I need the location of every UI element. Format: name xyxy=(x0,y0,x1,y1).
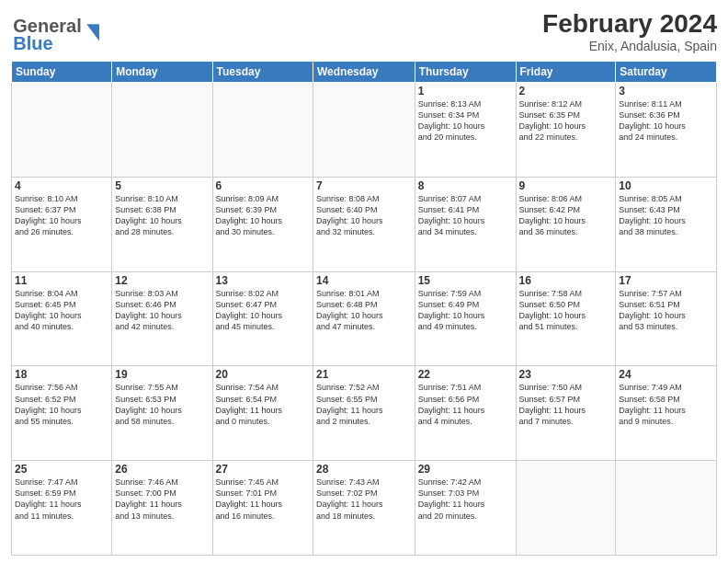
day-info: Sunrise: 7:49 AM Sunset: 6:58 PM Dayligh… xyxy=(619,382,713,427)
page: General Blue February 2024 Enix, Andalus… xyxy=(0,0,728,563)
day-number: 2 xyxy=(519,85,613,98)
day-number: 24 xyxy=(619,368,713,381)
day-number: 25 xyxy=(15,463,108,476)
calendar-cell xyxy=(12,83,112,178)
calendar-week-row: 4Sunrise: 8:10 AM Sunset: 6:37 PM Daylig… xyxy=(12,177,717,271)
day-info: Sunrise: 8:08 AM Sunset: 6:40 PM Dayligh… xyxy=(316,193,412,238)
day-number: 9 xyxy=(519,179,613,192)
day-info: Sunrise: 8:05 AM Sunset: 6:43 PM Dayligh… xyxy=(619,193,713,238)
svg-text:Blue: Blue xyxy=(13,33,52,53)
col-tuesday: Tuesday xyxy=(212,62,313,83)
day-info: Sunrise: 7:51 AM Sunset: 6:56 PM Dayligh… xyxy=(418,382,513,427)
calendar-cell: 13Sunrise: 8:02 AM Sunset: 6:47 PM Dayli… xyxy=(212,271,313,366)
day-number: 18 xyxy=(15,368,108,381)
calendar-cell: 6Sunrise: 8:09 AM Sunset: 6:39 PM Daylig… xyxy=(212,177,313,271)
day-number: 20 xyxy=(216,368,310,381)
calendar-week-row: 1Sunrise: 8:13 AM Sunset: 6:34 PM Daylig… xyxy=(12,83,717,178)
day-info: Sunrise: 7:56 AM Sunset: 6:52 PM Dayligh… xyxy=(15,382,108,427)
day-info: Sunrise: 7:59 AM Sunset: 6:49 PM Dayligh… xyxy=(418,288,513,333)
day-info: Sunrise: 7:57 AM Sunset: 6:51 PM Dayligh… xyxy=(619,288,713,333)
calendar-cell xyxy=(112,83,212,178)
calendar-table: Sunday Monday Tuesday Wednesday Thursday… xyxy=(11,61,717,556)
calendar-cell: 20Sunrise: 7:54 AM Sunset: 6:54 PM Dayli… xyxy=(212,366,313,461)
title-block: February 2024 Enix, Andalusia, Spain xyxy=(542,9,717,53)
day-info: Sunrise: 8:03 AM Sunset: 6:46 PM Dayligh… xyxy=(115,288,209,333)
day-info: Sunrise: 7:55 AM Sunset: 6:53 PM Dayligh… xyxy=(115,382,209,427)
day-info: Sunrise: 7:45 AM Sunset: 7:01 PM Dayligh… xyxy=(216,477,310,522)
calendar-subtitle: Enix, Andalusia, Spain xyxy=(542,39,717,53)
day-info: Sunrise: 8:12 AM Sunset: 6:35 PM Dayligh… xyxy=(519,98,613,144)
calendar-cell xyxy=(616,461,717,556)
calendar-cell: 14Sunrise: 8:01 AM Sunset: 6:48 PM Dayli… xyxy=(313,271,415,366)
day-info: Sunrise: 8:10 AM Sunset: 6:38 PM Dayligh… xyxy=(115,193,209,238)
day-number: 27 xyxy=(216,463,310,476)
day-info: Sunrise: 8:09 AM Sunset: 6:39 PM Dayligh… xyxy=(216,193,310,238)
calendar-cell: 3Sunrise: 8:11 AM Sunset: 6:36 PM Daylig… xyxy=(616,83,717,178)
col-monday: Monday xyxy=(112,62,212,83)
day-number: 3 xyxy=(619,85,713,98)
day-info: Sunrise: 7:46 AM Sunset: 7:00 PM Dayligh… xyxy=(115,477,209,522)
logo-svg: General Blue xyxy=(11,9,112,55)
day-info: Sunrise: 7:52 AM Sunset: 6:55 PM Dayligh… xyxy=(316,382,412,427)
day-number: 11 xyxy=(15,274,108,287)
day-info: Sunrise: 8:11 AM Sunset: 6:36 PM Dayligh… xyxy=(619,98,713,144)
day-number: 19 xyxy=(115,368,209,381)
day-number: 10 xyxy=(619,179,713,192)
day-number: 29 xyxy=(418,463,513,476)
day-info: Sunrise: 7:42 AM Sunset: 7:03 PM Dayligh… xyxy=(418,477,513,522)
day-info: Sunrise: 8:02 AM Sunset: 6:47 PM Dayligh… xyxy=(216,288,310,333)
calendar-cell: 19Sunrise: 7:55 AM Sunset: 6:53 PM Dayli… xyxy=(112,366,212,461)
svg-marker-2 xyxy=(86,24,99,40)
calendar-cell: 25Sunrise: 7:47 AM Sunset: 6:59 PM Dayli… xyxy=(12,461,112,556)
calendar-week-row: 18Sunrise: 7:56 AM Sunset: 6:52 PM Dayli… xyxy=(12,366,717,461)
header: General Blue February 2024 Enix, Andalus… xyxy=(11,9,717,55)
calendar-cell: 11Sunrise: 8:04 AM Sunset: 6:45 PM Dayli… xyxy=(12,271,112,366)
day-number: 5 xyxy=(115,179,209,192)
day-number: 26 xyxy=(115,463,209,476)
calendar-week-row: 25Sunrise: 7:47 AM Sunset: 6:59 PM Dayli… xyxy=(12,461,717,556)
col-saturday: Saturday xyxy=(616,62,717,83)
day-number: 22 xyxy=(418,368,513,381)
day-number: 28 xyxy=(316,463,412,476)
col-sunday: Sunday xyxy=(12,62,112,83)
calendar-cell: 27Sunrise: 7:45 AM Sunset: 7:01 PM Dayli… xyxy=(212,461,313,556)
day-number: 14 xyxy=(316,274,412,287)
day-info: Sunrise: 8:04 AM Sunset: 6:45 PM Dayligh… xyxy=(15,288,108,333)
calendar-cell: 8Sunrise: 8:07 AM Sunset: 6:41 PM Daylig… xyxy=(415,177,516,271)
calendar-cell: 23Sunrise: 7:50 AM Sunset: 6:57 PM Dayli… xyxy=(516,366,616,461)
logo: General Blue xyxy=(11,9,112,55)
day-info: Sunrise: 8:06 AM Sunset: 6:42 PM Dayligh… xyxy=(519,193,613,238)
calendar-cell xyxy=(212,83,313,178)
day-info: Sunrise: 8:07 AM Sunset: 6:41 PM Dayligh… xyxy=(418,193,513,238)
day-number: 17 xyxy=(619,274,713,287)
calendar-cell: 26Sunrise: 7:46 AM Sunset: 7:00 PM Dayli… xyxy=(112,461,212,556)
day-number: 12 xyxy=(115,274,209,287)
day-info: Sunrise: 7:47 AM Sunset: 6:59 PM Dayligh… xyxy=(15,477,108,522)
day-info: Sunrise: 8:01 AM Sunset: 6:48 PM Dayligh… xyxy=(316,288,412,333)
calendar-cell: 12Sunrise: 8:03 AM Sunset: 6:46 PM Dayli… xyxy=(112,271,212,366)
day-number: 21 xyxy=(316,368,412,381)
day-number: 16 xyxy=(519,274,613,287)
day-info: Sunrise: 7:54 AM Sunset: 6:54 PM Dayligh… xyxy=(216,382,310,427)
calendar-cell xyxy=(313,83,415,178)
calendar-cell: 15Sunrise: 7:59 AM Sunset: 6:49 PM Dayli… xyxy=(415,271,516,366)
calendar-cell: 1Sunrise: 8:13 AM Sunset: 6:34 PM Daylig… xyxy=(415,83,516,178)
day-info: Sunrise: 8:13 AM Sunset: 6:34 PM Dayligh… xyxy=(418,98,513,144)
col-thursday: Thursday xyxy=(415,62,516,83)
weekday-header-row: Sunday Monday Tuesday Wednesday Thursday… xyxy=(12,62,717,83)
day-number: 8 xyxy=(418,179,513,192)
calendar-cell: 5Sunrise: 8:10 AM Sunset: 6:38 PM Daylig… xyxy=(112,177,212,271)
calendar-cell: 2Sunrise: 8:12 AM Sunset: 6:35 PM Daylig… xyxy=(516,83,616,178)
day-number: 4 xyxy=(15,179,108,192)
calendar-cell: 16Sunrise: 7:58 AM Sunset: 6:50 PM Dayli… xyxy=(516,271,616,366)
calendar-title: February 2024 xyxy=(542,9,717,39)
calendar-cell: 28Sunrise: 7:43 AM Sunset: 7:02 PM Dayli… xyxy=(313,461,415,556)
calendar-cell: 18Sunrise: 7:56 AM Sunset: 6:52 PM Dayli… xyxy=(12,366,112,461)
calendar-cell: 10Sunrise: 8:05 AM Sunset: 6:43 PM Dayli… xyxy=(616,177,717,271)
day-info: Sunrise: 7:43 AM Sunset: 7:02 PM Dayligh… xyxy=(316,477,412,522)
day-info: Sunrise: 7:50 AM Sunset: 6:57 PM Dayligh… xyxy=(519,382,613,427)
calendar-cell: 9Sunrise: 8:06 AM Sunset: 6:42 PM Daylig… xyxy=(516,177,616,271)
day-info: Sunrise: 7:58 AM Sunset: 6:50 PM Dayligh… xyxy=(519,288,613,333)
calendar-cell: 29Sunrise: 7:42 AM Sunset: 7:03 PM Dayli… xyxy=(415,461,516,556)
calendar-cell: 17Sunrise: 7:57 AM Sunset: 6:51 PM Dayli… xyxy=(616,271,717,366)
